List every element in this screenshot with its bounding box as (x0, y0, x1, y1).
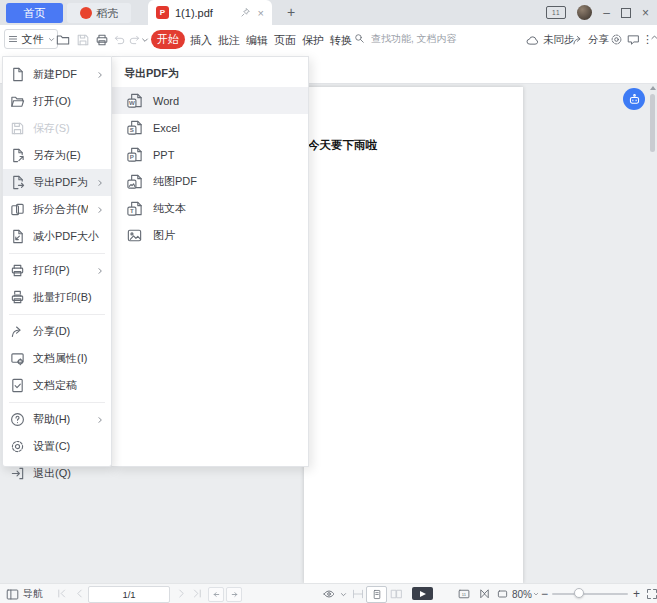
pdf-page[interactable]: 今天要下雨啦 (304, 87, 523, 583)
vertical-scrollbar[interactable] (650, 86, 656, 580)
user-avatar[interactable] (577, 5, 592, 20)
zoom-slider-thumb[interactable] (574, 588, 584, 598)
export-word-item[interactable]: W Word (112, 87, 308, 114)
file-menu-button[interactable]: 文件 (4, 29, 58, 49)
ribbon-tab-insert[interactable]: 插入 (190, 33, 212, 48)
minimize-button[interactable]: – (603, 7, 610, 19)
menu-item-doc-finalize[interactable]: 文档定稿 (3, 372, 111, 399)
new-tab-button[interactable]: + (282, 3, 300, 21)
redo-icon[interactable] (128, 33, 141, 46)
prev-page-icon[interactable] (74, 588, 85, 599)
navigation-toggle[interactable]: 导航 (6, 587, 43, 601)
share-icon (572, 34, 584, 46)
fit-width-icon[interactable] (496, 588, 509, 600)
menu-item-help[interactable]: 帮助(H) (3, 406, 111, 433)
prev-view-button[interactable] (208, 587, 224, 602)
tab-bar: 首页 稻壳 P 1(1).pdf × + 11 – × (0, 0, 657, 25)
menu-item-batch-print[interactable]: 批量打印(B) (3, 284, 111, 311)
statusbar-page-input[interactable] (88, 586, 170, 603)
undo-icon[interactable] (113, 33, 126, 46)
last-page-icon[interactable] (192, 588, 203, 599)
tab-home-label: 首页 (24, 6, 46, 21)
menu-item-split-merge[interactable]: 拆分合并(M) (3, 196, 111, 223)
ribbon-tab-annotate[interactable]: 批注 (218, 33, 240, 48)
play-icon (420, 591, 426, 597)
scroll-up-icon[interactable] (650, 86, 656, 90)
menu-item-save[interactable]: 保存(S) (3, 115, 111, 142)
qat-dropdown-icon[interactable] (141, 36, 149, 44)
tab-home[interactable]: 首页 (6, 3, 63, 23)
collapse-ribbon-icon[interactable] (650, 33, 657, 42)
maximize-button[interactable] (621, 8, 631, 18)
export-submenu-panel: 导出PDF为 W Word S Excel P PPT 纯图PDF T 纯文本 … (112, 56, 309, 467)
menu-item-save-as[interactable]: 另存为(E) (3, 142, 111, 169)
skin-settings-icon[interactable] (610, 33, 623, 46)
image-pdf-icon (126, 173, 143, 190)
menu-item-new-pdf[interactable]: 新建PDF (3, 61, 111, 88)
menu-item-reduce-size[interactable]: 减小PDF大小 (3, 223, 111, 250)
ppt-doc-icon: P (126, 146, 143, 163)
first-page-icon[interactable] (56, 588, 67, 599)
open-file-icon[interactable] (56, 33, 70, 47)
zoom-in-button[interactable]: + (633, 587, 640, 601)
svg-text:S: S (130, 126, 134, 133)
ribbon-tab-page[interactable]: 页面 (274, 33, 296, 48)
ribbon-tab-edit[interactable]: 编辑 (246, 33, 268, 48)
fit-page-icon[interactable] (478, 588, 491, 600)
menu-divider (9, 314, 105, 315)
pin-tab-icon[interactable] (240, 7, 251, 18)
zoom-slider-track[interactable] (552, 593, 628, 595)
tab-document[interactable]: P 1(1).pdf × (148, 0, 272, 25)
ribbon-tab-protect[interactable]: 保护 (302, 33, 324, 48)
scrollbar-thumb[interactable] (650, 94, 655, 152)
menu-item-doc-properties[interactable]: 文档属性(I) (3, 345, 111, 372)
file-menu-panel: 新建PDF 打开(O) 保存(S) 另存为(E) 导出PDF为 拆分合并(M) … (2, 56, 112, 467)
double-page-view-icon[interactable] (390, 588, 403, 600)
fullscreen-icon[interactable] (646, 588, 657, 600)
menu-item-exit[interactable]: 退出(Q) (3, 460, 111, 487)
actual-size-icon[interactable]: 11 (456, 588, 472, 600)
menu-item-export-pdf[interactable]: 导出PDF为 (3, 169, 111, 196)
tab-docer-label: 稻壳 (97, 6, 119, 21)
export-picture-item[interactable]: 图片 (112, 222, 308, 249)
export-plain-text-item[interactable]: T 纯文本 (112, 195, 308, 222)
help-icon (10, 412, 25, 427)
menu-item-settings[interactable]: 设置(C) (3, 433, 111, 460)
export-excel-item[interactable]: S Excel (112, 114, 308, 141)
menu-item-print[interactable]: 打印(P) (3, 257, 111, 284)
share-button[interactable]: 分享 (572, 33, 609, 47)
close-tab-icon[interactable]: × (258, 7, 264, 19)
zoom-level-label[interactable]: 80% (512, 589, 532, 600)
search-input[interactable] (369, 32, 465, 45)
zoom-dropdown-icon[interactable] (533, 591, 539, 597)
save-icon[interactable] (76, 33, 90, 47)
ai-assistant-button[interactable] (623, 88, 645, 110)
menu-item-open[interactable]: 打开(O) (3, 88, 111, 115)
close-button[interactable]: × (642, 7, 649, 19)
single-page-view-button[interactable] (366, 586, 387, 603)
menu-item-share[interactable]: 分享(D) (3, 318, 111, 345)
tab-docer[interactable]: 稻壳 (67, 3, 131, 23)
ribbon-tab-start-label: 开始 (157, 32, 179, 47)
play-presentation-button[interactable] (412, 587, 433, 600)
nav-panel-icon (6, 588, 19, 601)
eye-protection-button[interactable] (322, 588, 347, 600)
export-ppt-item[interactable]: P PPT (112, 141, 308, 168)
next-page-icon[interactable] (176, 588, 187, 599)
export-image-pdf-item[interactable]: 纯图PDF (112, 168, 308, 195)
split-merge-icon (10, 202, 25, 217)
search-box[interactable] (354, 32, 465, 45)
ribbon-tab-start[interactable]: 开始 (151, 30, 185, 49)
zoom-out-button[interactable]: − (541, 587, 548, 601)
ribbon-tab-convert[interactable]: 转换 (330, 33, 352, 48)
fit-window-icon[interactable] (352, 588, 364, 600)
sync-status-button[interactable]: 未同步 (526, 33, 575, 47)
print-quick-icon[interactable] (95, 33, 109, 47)
submenu-arrow-icon (96, 71, 104, 79)
export-pdf-icon (10, 175, 25, 190)
new-pdf-icon (10, 67, 25, 82)
feedback-icon[interactable] (627, 33, 640, 46)
sync-status-label: 未同步 (543, 33, 575, 47)
tab-layout-icon[interactable]: 11 (546, 6, 566, 19)
next-view-button[interactable] (226, 587, 242, 602)
